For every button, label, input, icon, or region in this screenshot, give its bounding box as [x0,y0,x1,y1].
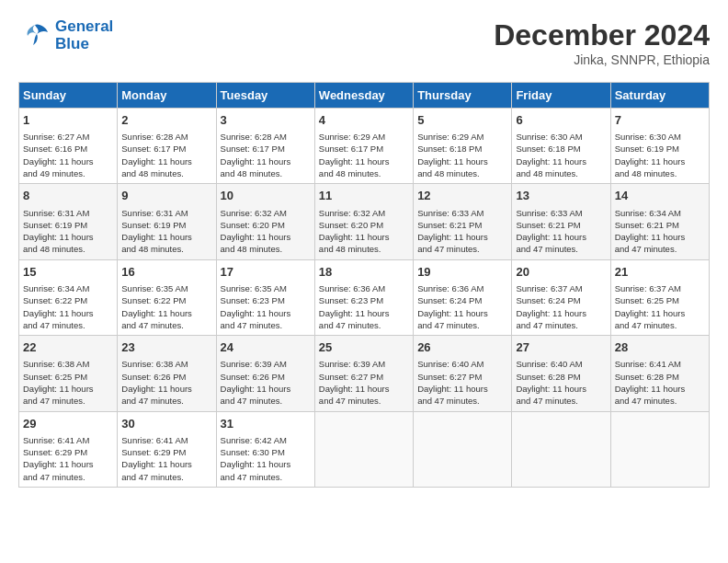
day-number: 7 [615,112,705,129]
calendar-cell: 14Sunrise: 6:34 AM Sunset: 6:21 PM Dayli… [610,184,709,259]
calendar-cell [610,411,709,487]
day-number: 12 [417,188,507,204]
day-info: Sunrise: 6:35 AM Sunset: 6:22 PM Dayligh… [121,282,211,331]
day-info: Sunrise: 6:40 AM Sunset: 6:28 PM Dayligh… [516,358,606,407]
day-number: 11 [319,188,409,204]
day-info: Sunrise: 6:38 AM Sunset: 6:26 PM Dayligh… [121,358,211,407]
day-info: Sunrise: 6:29 AM Sunset: 6:17 PM Dayligh… [319,131,409,179]
calendar-cell: 29Sunrise: 6:41 AM Sunset: 6:29 PM Dayli… [19,411,118,487]
day-info: Sunrise: 6:37 AM Sunset: 6:25 PM Dayligh… [615,282,705,331]
calendar-cell: 1Sunrise: 6:27 AM Sunset: 6:16 PM Daylig… [19,109,118,184]
calendar-cell: 16Sunrise: 6:35 AM Sunset: 6:22 PM Dayli… [118,259,216,335]
day-number: 25 [319,339,409,356]
day-number: 19 [417,264,507,281]
weekday-header-row: SundayMondayTuesdayWednesdayThursdayFrid… [19,83,710,109]
day-number: 8 [23,188,113,204]
day-info: Sunrise: 6:34 AM Sunset: 6:21 PM Dayligh… [615,207,705,256]
calendar-cell: 26Sunrise: 6:40 AM Sunset: 6:27 PM Dayli… [414,336,512,411]
day-info: Sunrise: 6:30 AM Sunset: 6:19 PM Dayligh… [615,131,705,179]
weekday-header-thursday: Thursday [414,83,512,109]
day-number: 2 [121,112,211,129]
weekday-header-wednesday: Wednesday [314,83,413,109]
day-info: Sunrise: 6:39 AM Sunset: 6:26 PM Dayligh… [221,358,311,407]
logo-text: General Blue [55,18,113,52]
day-number: 23 [121,339,211,356]
day-info: Sunrise: 6:35 AM Sunset: 6:23 PM Dayligh… [221,282,311,331]
day-number: 24 [221,339,311,356]
day-number: 20 [516,264,606,281]
day-info: Sunrise: 6:33 AM Sunset: 6:21 PM Dayligh… [516,207,606,256]
calendar-cell: 30Sunrise: 6:41 AM Sunset: 6:29 PM Dayli… [118,411,216,487]
calendar-cell: 17Sunrise: 6:35 AM Sunset: 6:23 PM Dayli… [216,259,314,335]
calendar-cell [314,411,413,487]
day-info: Sunrise: 6:41 AM Sunset: 6:28 PM Dayligh… [615,358,705,407]
weekday-header-monday: Monday [118,83,216,109]
day-number: 13 [516,188,606,204]
day-info: Sunrise: 6:36 AM Sunset: 6:23 PM Dayligh… [319,282,409,331]
day-number: 29 [23,416,113,432]
day-number: 30 [121,416,211,432]
calendar-cell: 11Sunrise: 6:32 AM Sunset: 6:20 PM Dayli… [314,184,413,259]
day-number: 1 [23,112,113,129]
calendar-cell: 13Sunrise: 6:33 AM Sunset: 6:21 PM Dayli… [512,184,610,259]
calendar-cell: 12Sunrise: 6:33 AM Sunset: 6:21 PM Dayli… [414,184,512,259]
calendar-cell: 18Sunrise: 6:36 AM Sunset: 6:23 PM Dayli… [314,259,413,335]
day-number: 17 [221,264,311,281]
day-number: 18 [319,264,409,281]
day-info: Sunrise: 6:41 AM Sunset: 6:29 PM Dayligh… [23,434,113,483]
day-info: Sunrise: 6:30 AM Sunset: 6:18 PM Dayligh… [516,131,606,179]
logo: General Blue [18,18,113,52]
day-info: Sunrise: 6:31 AM Sunset: 6:19 PM Dayligh… [121,207,211,256]
calendar-week-5: 29Sunrise: 6:41 AM Sunset: 6:29 PM Dayli… [19,411,710,487]
calendar-cell [414,411,512,487]
weekday-header-tuesday: Tuesday [216,83,314,109]
day-number: 15 [23,264,113,281]
calendar-cell: 5Sunrise: 6:29 AM Sunset: 6:18 PM Daylig… [414,109,512,184]
calendar-week-3: 15Sunrise: 6:34 AM Sunset: 6:22 PM Dayli… [19,259,710,335]
day-info: Sunrise: 6:31 AM Sunset: 6:19 PM Dayligh… [23,207,113,256]
calendar-cell: 10Sunrise: 6:32 AM Sunset: 6:20 PM Dayli… [216,184,314,259]
month-title: December 2024 [494,18,710,52]
calendar-cell: 21Sunrise: 6:37 AM Sunset: 6:25 PM Dayli… [610,259,709,335]
logo-icon [18,21,51,51]
day-info: Sunrise: 6:29 AM Sunset: 6:18 PM Dayligh… [417,131,507,179]
day-number: 28 [615,339,705,356]
calendar-cell: 25Sunrise: 6:39 AM Sunset: 6:27 PM Dayli… [314,336,413,411]
page-header: General Blue December 2024 Jinka, SNNPR,… [18,18,710,67]
calendar-cell [512,411,610,487]
calendar-body: 1Sunrise: 6:27 AM Sunset: 6:16 PM Daylig… [19,109,710,488]
weekday-header-friday: Friday [512,83,610,109]
day-info: Sunrise: 6:27 AM Sunset: 6:16 PM Dayligh… [23,131,113,179]
day-number: 5 [417,112,507,129]
calendar-week-2: 8Sunrise: 6:31 AM Sunset: 6:19 PM Daylig… [19,184,710,259]
calendar-cell: 15Sunrise: 6:34 AM Sunset: 6:22 PM Dayli… [19,259,118,335]
calendar-cell: 27Sunrise: 6:40 AM Sunset: 6:28 PM Dayli… [512,336,610,411]
day-info: Sunrise: 6:42 AM Sunset: 6:30 PM Dayligh… [221,434,311,483]
day-number: 4 [319,112,409,129]
calendar-cell: 9Sunrise: 6:31 AM Sunset: 6:19 PM Daylig… [118,184,216,259]
day-info: Sunrise: 6:28 AM Sunset: 6:17 PM Dayligh… [221,131,311,179]
calendar-cell: 7Sunrise: 6:30 AM Sunset: 6:19 PM Daylig… [610,109,709,184]
calendar-cell: 2Sunrise: 6:28 AM Sunset: 6:17 PM Daylig… [118,109,216,184]
calendar-cell: 23Sunrise: 6:38 AM Sunset: 6:26 PM Dayli… [118,336,216,411]
day-number: 14 [615,188,705,204]
day-info: Sunrise: 6:32 AM Sunset: 6:20 PM Dayligh… [221,207,311,256]
day-info: Sunrise: 6:39 AM Sunset: 6:27 PM Dayligh… [319,358,409,407]
day-number: 6 [516,112,606,129]
day-info: Sunrise: 6:36 AM Sunset: 6:24 PM Dayligh… [417,282,507,331]
day-number: 21 [615,264,705,281]
day-number: 9 [121,188,211,204]
location: Jinka, SNNPR, Ethiopia [494,52,710,67]
calendar-cell: 8Sunrise: 6:31 AM Sunset: 6:19 PM Daylig… [19,184,118,259]
day-info: Sunrise: 6:34 AM Sunset: 6:22 PM Dayligh… [23,282,113,331]
day-number: 31 [221,416,311,432]
calendar-cell: 20Sunrise: 6:37 AM Sunset: 6:24 PM Dayli… [512,259,610,335]
day-info: Sunrise: 6:38 AM Sunset: 6:25 PM Dayligh… [23,358,113,407]
day-number: 3 [221,112,311,129]
day-number: 16 [121,264,211,281]
calendar-cell: 24Sunrise: 6:39 AM Sunset: 6:26 PM Dayli… [216,336,314,411]
day-number: 26 [417,339,507,356]
calendar-cell: 6Sunrise: 6:30 AM Sunset: 6:18 PM Daylig… [512,109,610,184]
calendar-cell: 28Sunrise: 6:41 AM Sunset: 6:28 PM Dayli… [610,336,709,411]
calendar-cell: 4Sunrise: 6:29 AM Sunset: 6:17 PM Daylig… [314,109,413,184]
